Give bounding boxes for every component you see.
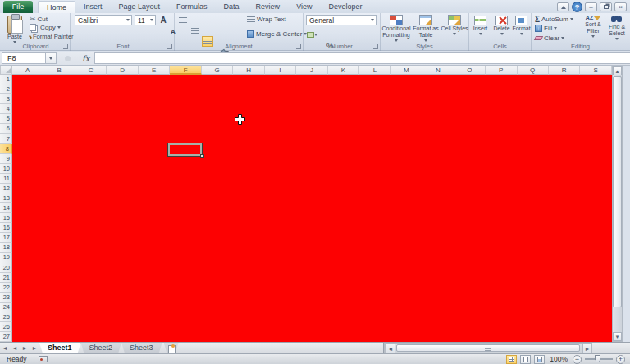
- next-sheet-button[interactable]: ►: [20, 343, 30, 353]
- h-scroll-right-button[interactable]: ►: [582, 343, 592, 353]
- number-format-select[interactable]: General: [306, 15, 377, 25]
- column-header[interactable]: K: [328, 66, 359, 75]
- column-header[interactable]: P: [486, 66, 517, 75]
- row-header[interactable]: 12: [0, 184, 12, 193]
- row-header[interactable]: 26: [0, 322, 12, 332]
- column-header[interactable]: D: [107, 66, 138, 75]
- font-name-select[interactable]: Calibri: [75, 15, 132, 25]
- horizontal-scrollbar[interactable]: [395, 343, 582, 353]
- macro-record-icon[interactable]: [39, 356, 48, 362]
- row-header[interactable]: 16: [0, 223, 12, 233]
- zoom-slider[interactable]: [585, 358, 613, 360]
- top-align-button[interactable]: [177, 15, 189, 25]
- format-cells-button[interactable]: Format: [512, 14, 531, 35]
- ribbon-tab[interactable]: Formulas: [168, 1, 216, 13]
- zoom-slider-thumb[interactable]: [595, 355, 600, 362]
- page-break-view-button[interactable]: [534, 355, 545, 364]
- column-header[interactable]: R: [549, 66, 580, 75]
- page-layout-view-button[interactable]: [520, 355, 531, 364]
- row-header[interactable]: 2: [0, 84, 12, 94]
- column-header[interactable]: A: [12, 66, 43, 75]
- dialog-launcher-icon[interactable]: [373, 44, 378, 49]
- row-header[interactable]: 3: [0, 94, 12, 104]
- row-header[interactable]: 13: [0, 193, 12, 203]
- row-header[interactable]: 10: [0, 164, 12, 174]
- ribbon-tab[interactable]: Review: [248, 1, 289, 13]
- column-header[interactable]: F: [170, 66, 201, 75]
- sheet-tab[interactable]: Sheet2: [81, 343, 122, 353]
- column-header[interactable]: O: [454, 66, 486, 75]
- horizontal-scroll-thumb[interactable]: [396, 344, 580, 352]
- row-header[interactable]: 9: [0, 154, 12, 164]
- row-header[interactable]: 7: [0, 134, 12, 143]
- dialog-launcher-icon[interactable]: [63, 44, 68, 49]
- sheet-cells-area[interactable]: [12, 75, 612, 342]
- wrap-text-button[interactable]: Wrap Text: [245, 16, 288, 23]
- column-header[interactable]: N: [422, 66, 454, 75]
- column-header[interactable]: M: [391, 66, 422, 75]
- ribbon-tab[interactable]: Developer: [320, 1, 370, 13]
- previous-sheet-button[interactable]: ◄: [10, 343, 20, 353]
- row-header[interactable]: 25: [0, 312, 12, 322]
- column-header[interactable]: B: [43, 66, 75, 75]
- fill-button[interactable]: ↓ Fill: [533, 25, 559, 32]
- delete-cells-button[interactable]: Delete: [491, 14, 512, 35]
- find-select-button[interactable]: Find & Select: [605, 13, 628, 40]
- row-header[interactable]: 22: [0, 283, 12, 293]
- merge-center-button[interactable]: Merge & Center: [245, 30, 308, 38]
- close-window-button[interactable]: ×: [614, 2, 627, 11]
- autosum-button[interactable]: Σ AutoSum: [533, 15, 575, 24]
- row-header[interactable]: 15: [0, 213, 12, 223]
- clear-button[interactable]: Clear: [533, 34, 566, 42]
- column-header[interactable]: J: [296, 66, 327, 75]
- help-button[interactable]: ?: [572, 2, 582, 12]
- row-header[interactable]: 20: [0, 262, 12, 272]
- sort-filter-button[interactable]: AZ Sort & Filter: [581, 13, 605, 38]
- row-header[interactable]: 1: [0, 75, 12, 84]
- column-header[interactable]: E: [139, 66, 170, 75]
- scroll-down-button[interactable]: ▼: [613, 332, 622, 341]
- column-header[interactable]: I: [265, 66, 296, 75]
- zoom-in-button[interactable]: +: [616, 355, 625, 364]
- row-header[interactable]: 6: [0, 124, 12, 134]
- select-all-corner[interactable]: [0, 66, 12, 75]
- row-header[interactable]: 23: [0, 293, 12, 303]
- vertical-scrollbar[interactable]: ▲ ▼: [612, 66, 623, 342]
- row-header[interactable]: 27: [0, 332, 12, 342]
- name-box[interactable]: F8: [2, 52, 46, 64]
- row-header[interactable]: 11: [0, 174, 12, 184]
- middle-align-button[interactable]: [189, 25, 201, 36]
- formula-input[interactable]: [94, 52, 630, 64]
- cut-button[interactable]: ✂ Cut: [28, 15, 49, 23]
- minimize-ribbon-button[interactable]: [557, 2, 569, 11]
- ribbon-tab[interactable]: Page Layout: [111, 1, 169, 13]
- row-header[interactable]: 17: [0, 233, 12, 243]
- column-header[interactable]: G: [202, 66, 233, 75]
- row-header[interactable]: 4: [0, 104, 12, 114]
- grow-font-button[interactable]: A: [158, 15, 169, 25]
- row-header[interactable]: 5: [0, 114, 12, 124]
- column-header[interactable]: H: [233, 66, 264, 75]
- column-header[interactable]: Q: [518, 66, 549, 75]
- ribbon-tab[interactable]: Insert: [75, 1, 111, 13]
- insert-function-button[interactable]: fx: [82, 54, 89, 63]
- ribbon-tab[interactable]: View: [288, 1, 320, 13]
- fill-handle[interactable]: [200, 154, 204, 158]
- font-size-select[interactable]: 11: [135, 15, 156, 25]
- copy-button[interactable]: Copy: [28, 24, 62, 31]
- vertical-scroll-thumb[interactable]: [613, 76, 622, 307]
- restore-window-button[interactable]: [600, 2, 612, 11]
- zoom-level[interactable]: 100%: [550, 355, 568, 363]
- row-header[interactable]: 24: [0, 303, 12, 312]
- column-header[interactable]: C: [75, 66, 107, 75]
- format-painter-button[interactable]: Format Painter: [28, 33, 72, 40]
- row-header[interactable]: 14: [0, 203, 12, 213]
- h-scroll-left-button[interactable]: ◄: [386, 343, 395, 353]
- scroll-up-button[interactable]: ▲: [613, 66, 622, 75]
- sheet-tab[interactable]: Sheet3: [121, 343, 162, 353]
- row-header[interactable]: 19: [0, 253, 12, 262]
- ribbon-tab[interactable]: Home: [38, 1, 75, 13]
- insert-worksheet-button[interactable]: [164, 343, 179, 353]
- last-sheet-button[interactable]: ►: [30, 343, 39, 353]
- normal-view-button[interactable]: [506, 355, 517, 364]
